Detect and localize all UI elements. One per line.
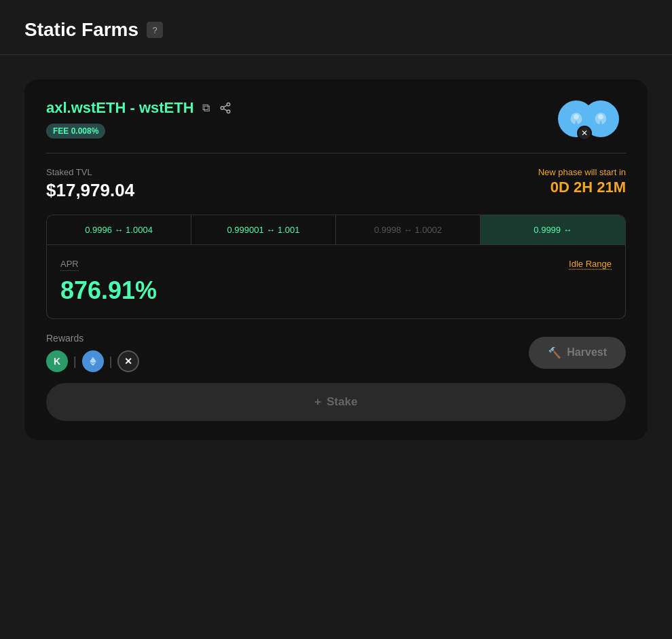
apr-section: APR Idle Range 876.91% <box>46 245 626 319</box>
stake-label: Stake <box>326 395 357 409</box>
fee-badge: FEE 0.008% <box>46 124 105 139</box>
svg-point-1 <box>221 107 224 110</box>
harvest-label: Harvest <box>567 346 607 359</box>
range-tab-3[interactable]: 0.9998 ↔ 1.0002 <box>336 215 481 244</box>
rewards-left: Rewards K | | ✕ <box>46 333 139 372</box>
tvl-value: $17,979.04 <box>46 180 134 201</box>
apr-value: 876.91% <box>60 276 612 305</box>
reward-token-eth <box>82 350 104 372</box>
token-badge-x: ✕ <box>577 126 592 141</box>
range-tabs: 0.9996 ↔ 1.0004 0.999001 ↔ 1.001 0.9998 … <box>46 215 626 245</box>
range-tab-1[interactable]: 0.9996 ↔ 1.0004 <box>47 215 191 244</box>
reward-tokens: K | | ✕ <box>46 350 139 372</box>
phase-countdown: 0D 2H 21M <box>538 179 626 196</box>
share-icon <box>219 102 231 114</box>
range-tab-2[interactable]: 0.999001 ↔ 1.001 <box>191 215 336 244</box>
apr-row: APR Idle Range <box>60 259 612 271</box>
svg-point-6 <box>574 114 579 120</box>
pair-name: axl.wstETH - wstETH <box>46 99 194 117</box>
stake-button[interactable]: + Stake <box>46 383 626 421</box>
reward-token-k: K <box>46 350 68 372</box>
main-content: axl.wstETH - wstETH ⧉ FEE 0.008% <box>0 55 672 464</box>
stake-plus-icon: + <box>314 395 321 409</box>
tvl-label: Staked TVL <box>46 167 134 177</box>
help-button[interactable]: ? <box>147 22 163 38</box>
idle-range-link[interactable]: Idle Range <box>569 259 612 270</box>
separator-2: | <box>109 354 113 369</box>
farm-card: axl.wstETH - wstETH ⧉ FEE 0.008% <box>24 79 648 440</box>
apr-label: APR <box>60 259 79 271</box>
svg-point-2 <box>227 110 230 113</box>
reward-token-x: ✕ <box>117 350 139 372</box>
rewards-label: Rewards <box>46 333 139 344</box>
page-header: Static Farms ? <box>0 0 672 55</box>
pair-info: axl.wstETH - wstETH ⧉ FEE 0.008% <box>46 99 233 139</box>
range-tab-container: 0.9996 ↔ 1.0004 0.999001 ↔ 1.001 0.9998 … <box>46 215 626 333</box>
svg-point-0 <box>227 103 230 107</box>
copy-button[interactable]: ⧉ <box>201 101 211 115</box>
token-icons: ✕ <box>558 98 626 139</box>
phase-label: New phase will start in <box>538 167 626 177</box>
card-header: axl.wstETH - wstETH ⧉ FEE 0.008% <box>46 98 626 139</box>
copy-icon: ⧉ <box>202 102 210 114</box>
harvest-icon: 🔨 <box>548 346 561 359</box>
svg-line-3 <box>223 109 227 111</box>
stats-row: Staked TVL $17,979.04 New phase will sta… <box>46 167 626 201</box>
phase-info: New phase will start in 0D 2H 21M <box>538 167 626 196</box>
divider-1 <box>46 153 626 153</box>
separator-1: | <box>73 354 77 369</box>
range-tab-4[interactable]: 0.9999 ↔ <box>481 215 625 244</box>
share-button[interactable] <box>218 101 233 115</box>
harvest-button[interactable]: 🔨 Harvest <box>529 337 626 369</box>
pair-name-row: axl.wstETH - wstETH ⧉ <box>46 99 233 117</box>
rewards-section: Rewards K | | ✕ 🔨 Harvest <box>46 333 626 372</box>
tvl-section: Staked TVL $17,979.04 <box>46 167 134 201</box>
page-title: Static Farms <box>24 19 138 41</box>
help-icon: ? <box>152 25 157 35</box>
svg-point-8 <box>598 114 603 120</box>
svg-line-4 <box>223 105 227 107</box>
